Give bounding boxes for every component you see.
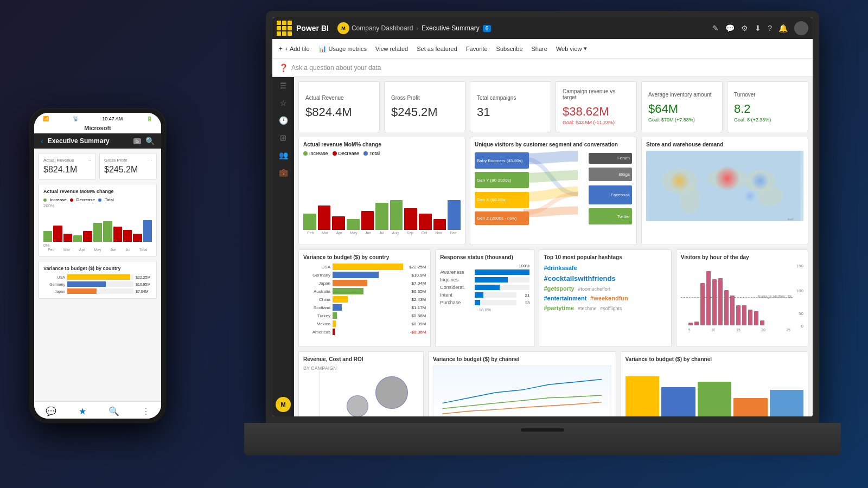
- bar: [390, 200, 403, 230]
- bar: [318, 206, 331, 230]
- sidebar-shared-icon[interactable]: 👥: [279, 151, 288, 159]
- breadcrumb-workspace[interactable]: M Company Dashboard: [337, 22, 413, 34]
- phone-nav-chat[interactable]: 💬: [46, 406, 56, 416]
- help-icon[interactable]: ?: [768, 24, 772, 33]
- h-bar-row: Japan $7.04M: [303, 280, 426, 286]
- decrease-dot: [333, 151, 337, 156]
- waffle-menu[interactable]: [277, 21, 292, 36]
- add-tile-button[interactable]: + + Add tile: [279, 45, 310, 53]
- hashtag: #weekendfun: [590, 295, 628, 301]
- kpi-value: 8.2: [734, 102, 801, 116]
- phone-chart-title: Actual revenue MoM% change: [43, 189, 152, 194]
- breadcrumb-separator: ›: [416, 25, 418, 31]
- h-bar-row: USA $22.25M: [303, 264, 426, 270]
- trend-lines: [433, 366, 611, 416]
- phone-search-icon[interactable]: 🔍: [145, 137, 155, 145]
- y-200-label: 200%: [43, 203, 152, 208]
- time-display: 10:47 AM: [102, 116, 123, 121]
- phone-kpi-value: $245.2M: [104, 165, 152, 175]
- subscribe-button[interactable]: Subscribe: [496, 46, 523, 52]
- phone-status-bar: 📶 📡 10:47 AM 🔋: [34, 113, 161, 123]
- comment-icon[interactable]: 💬: [725, 24, 735, 33]
- laptop-base: [244, 423, 841, 455]
- mom-chart-card: Actual revenue MoM% change Increase Decr…: [298, 137, 465, 245]
- h-bars: USA $22.25M Germany $10.9M: [303, 264, 426, 335]
- app-name: Power BI: [296, 24, 329, 33]
- sidebar-workspace-avatar[interactable]: M: [276, 397, 291, 412]
- edit-icon[interactable]: ✎: [712, 24, 719, 33]
- settings-icon[interactable]: ⚙: [741, 24, 748, 33]
- hashtag-cloud: #drinkssafe #cocktailswithfriends #getsp…: [544, 264, 666, 313]
- svg-point-9: [744, 190, 756, 202]
- revenue-roi-card: Revenue, Cost and ROI BY CAMPAIGN: [298, 351, 424, 416]
- phone-bar: [133, 234, 142, 242]
- sidebar-recent-icon[interactable]: 🕐: [279, 116, 288, 125]
- phone-nav-search[interactable]: 🔍: [108, 406, 119, 416]
- order-trend-card: Variance to budget ($) by channel: [428, 351, 616, 416]
- set-featured-button[interactable]: Set as featured: [417, 46, 457, 52]
- sankey-area: Baby Boomers (45-60s) Gen Y (80-2000s) G…: [475, 151, 632, 227]
- v-bar: [706, 271, 711, 325]
- phone-nav-favorites[interactable]: ★: [79, 406, 86, 416]
- phone-kpi-label: Actual Revenue ···: [43, 158, 91, 163]
- kpi-actual-revenue: Actual Revenue $824.4M: [298, 81, 380, 132]
- status-bars: Awareness Inquiries Consid: [440, 269, 529, 305]
- phone-mini-bars: [43, 209, 152, 242]
- workspace-avatar: M: [337, 22, 349, 34]
- legend-increase: Increase: [303, 151, 328, 156]
- hashtag: #sofflights: [600, 306, 622, 311]
- chart-title: Response status (thousand): [440, 254, 529, 260]
- v-bar: [742, 305, 746, 325]
- kpi-row: Actual Revenue $824.4M Gross Profit $245…: [298, 81, 808, 132]
- usage-metrics-button[interactable]: 📊 Usage metrics: [318, 45, 367, 53]
- phone-h-bars: USA $22.25M Germany $10.95M Japan: [43, 274, 152, 294]
- channel-bar: [698, 382, 732, 416]
- search-icon: 🔍: [108, 406, 119, 416]
- ask-question-text[interactable]: Ask a question about your data: [291, 64, 381, 72]
- add-icon: +: [279, 45, 283, 53]
- notifications-icon[interactable]: 🔔: [778, 24, 788, 33]
- status-row: Awareness: [440, 269, 529, 275]
- back-button[interactable]: ‹: [41, 137, 43, 145]
- h-bar-row: Germany $10.9M: [303, 272, 426, 278]
- user-avatar[interactable]: [794, 21, 808, 35]
- phone-page-title: Executive Summary: [48, 137, 129, 145]
- y-0-label: 0%: [43, 243, 152, 248]
- phone-bar: [123, 230, 132, 242]
- row3: Variance to budget ($) by country USA $2…: [298, 249, 808, 347]
- svg-text:esri: esri: [788, 217, 793, 221]
- share-button[interactable]: Share: [532, 46, 547, 52]
- phone-nav-more[interactable]: ⋮: [142, 406, 150, 416]
- kpi-campaign-revenue: Campaign revenue vs target $38.62M Goal:…: [556, 81, 637, 132]
- sidebar: ☰ ☆ 🕐 ⊞ 👥 💼 M: [272, 77, 294, 416]
- x-labels: FebMarAprMayJunJulTotal: [43, 248, 152, 252]
- sidebar-favorites-icon[interactable]: ☆: [280, 99, 287, 107]
- kpi-label: Total campaigns: [477, 95, 544, 101]
- chart-title: Variance to budget ($) by channel: [626, 356, 804, 362]
- sidebar-workspaces-icon[interactable]: 💼: [279, 168, 288, 177]
- phone-bar: [43, 231, 52, 242]
- bar: [433, 219, 446, 230]
- y-150-label: 150: [796, 264, 803, 268]
- v-bar: [694, 322, 699, 325]
- kpi-sub: Goal: $43.5M (-11.23%): [563, 120, 630, 125]
- sidebar-menu-icon[interactable]: ☰: [280, 81, 287, 90]
- download-icon[interactable]: ⬇: [755, 24, 761, 33]
- chart-title: Variance to budget ($) by country: [303, 254, 426, 260]
- hashtag: #entertainment: [544, 295, 586, 301]
- bar: [347, 219, 360, 230]
- channel-bar: [661, 387, 695, 416]
- sidebar-apps-icon[interactable]: ⊞: [280, 133, 286, 142]
- web-view-button[interactable]: Web view ▾: [556, 45, 587, 52]
- mom-legend: Increase Decrease Total: [303, 151, 461, 156]
- v-bar: [754, 311, 758, 325]
- signal-icon: 📶: [43, 116, 49, 121]
- phone-h-row: USA $22.25M: [43, 274, 152, 280]
- h-bar-row: Mexico $0.39M: [303, 320, 426, 327]
- v-bar: [724, 290, 729, 325]
- view-related-button[interactable]: View related: [375, 46, 408, 52]
- breadcrumb: M Company Dashboard › Executive Summary …: [337, 22, 708, 34]
- favorite-button[interactable]: Favorite: [466, 46, 488, 52]
- kpi-value: $824.4M: [305, 105, 373, 119]
- more-icon: ⋮: [142, 406, 150, 416]
